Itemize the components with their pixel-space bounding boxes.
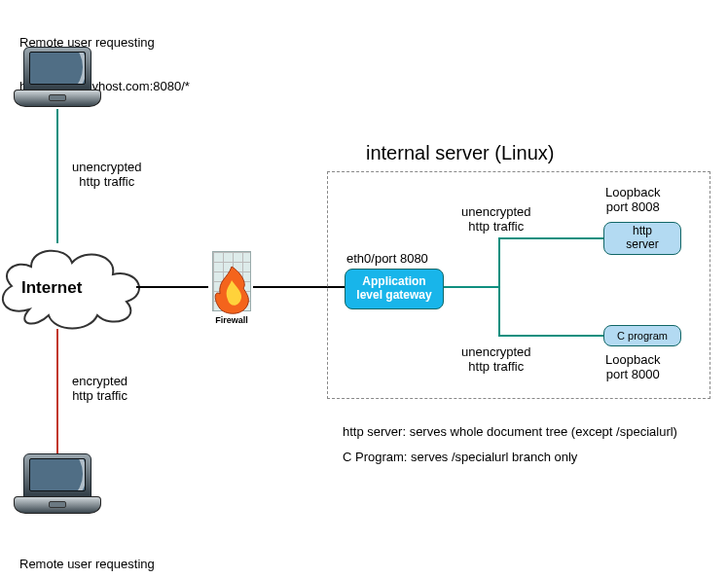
- bottom-user-caption-line1: Remote user requesting: [19, 557, 238, 571]
- edge-bottom-traffic-label: encrypted http traffic: [72, 374, 127, 403]
- edge-gateway-split: [498, 237, 500, 337]
- http-server-port-label: Loopback port 8008: [605, 185, 660, 214]
- edge-top-user-to-internet: [56, 109, 58, 243]
- edge-to-c-program: [498, 335, 603, 337]
- application-gateway-node: Application level gateway: [345, 269, 444, 309]
- bottom-user-caption: Remote user requesting http://www.myhost…: [19, 527, 238, 578]
- laptop-top-icon: [14, 47, 101, 109]
- edge-upper-internal-label: unencrypted http traffic: [461, 204, 531, 234]
- c-program-node: C program: [603, 325, 681, 346]
- laptop-bottom-icon: [14, 453, 101, 516]
- edge-internet-to-firewall: [136, 286, 208, 288]
- note-c-program: C Program: serves /specialurl branch onl…: [343, 450, 577, 464]
- firewall-icon: Firewall: [204, 251, 259, 335]
- edge-bottom-user-to-internet: [56, 329, 58, 453]
- internet-label: Internet: [21, 278, 82, 298]
- server-title: internal server (Linux): [366, 142, 554, 164]
- firewall-label: Firewall: [204, 315, 259, 325]
- edge-to-http-server: [498, 237, 603, 239]
- eth0-port-label: eth0/port 8080: [346, 251, 428, 266]
- edge-lower-internal-label: unencrypted http traffic: [461, 344, 531, 374]
- http-server-node: http server: [603, 222, 681, 255]
- edge-top-traffic-label: unencrypted http traffic: [72, 160, 142, 189]
- edge-gateway-trunk: [444, 286, 498, 288]
- c-program-port-label: Loopback port 8000: [605, 352, 660, 381]
- note-http-server: http server: serves whole document tree …: [343, 424, 677, 439]
